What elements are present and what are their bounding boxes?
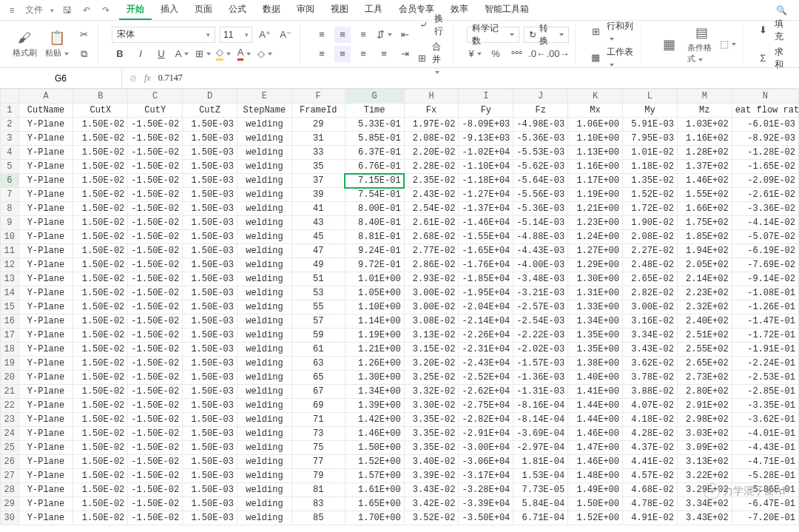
cell[interactable]: 3.13E+02	[677, 455, 732, 469]
cell[interactable]: 1.50E-02	[73, 118, 128, 132]
cell[interactable]: -5.14E-03	[513, 216, 568, 230]
col-header-H[interactable]: H	[404, 90, 459, 104]
cell[interactable]: welding	[237, 413, 291, 427]
font-name-select[interactable]: 宋体▾	[112, 27, 215, 43]
cell[interactable]: 1.30E+00	[568, 272, 623, 286]
cell[interactable]: 3.25E-02	[404, 371, 459, 385]
cell[interactable]: -2.85E-01	[732, 385, 798, 399]
cell[interactable]: -8.14E-04	[513, 413, 568, 427]
cell[interactable]: Y-Plane	[18, 286, 73, 300]
tab-插入[interactable]: 插入	[153, 0, 186, 20]
cell[interactable]: -3.06E+04	[459, 455, 513, 469]
cell[interactable]: CutX	[73, 104, 128, 118]
cell[interactable]: 41	[291, 202, 345, 216]
cell[interactable]: 3.88E-02	[622, 385, 677, 399]
fx-icon[interactable]: fx	[144, 73, 151, 84]
cell[interactable]: Time	[345, 104, 404, 118]
cell[interactable]: -2.82E+04	[459, 413, 513, 427]
cell[interactable]: 1.90E-02	[622, 216, 677, 230]
cell[interactable]: 1.75E+02	[677, 216, 732, 230]
cell[interactable]: -1.50E-02	[128, 343, 183, 357]
cell[interactable]: 1.50E-02	[73, 188, 128, 202]
cell[interactable]: 49	[291, 258, 345, 272]
cell[interactable]: -1.50E-02	[128, 118, 183, 132]
cell[interactable]: 1.50E-02	[73, 314, 128, 329]
cell[interactable]: -2.04E+04	[459, 300, 513, 314]
cell[interactable]: 3.35E-02	[404, 427, 459, 441]
cell[interactable]: 1.42E+00	[345, 413, 404, 427]
cell[interactable]: -2.02E-03	[513, 343, 568, 357]
col-header-A[interactable]: A	[18, 90, 73, 104]
cell[interactable]: -2.09E-02	[732, 174, 798, 188]
cell[interactable]: 1.46E+00	[345, 427, 404, 441]
cell[interactable]: My	[622, 104, 677, 118]
cell[interactable]: welding	[237, 272, 291, 286]
cell[interactable]: 5.85E-01	[345, 132, 404, 146]
cell[interactable]: 1.35E-02	[622, 174, 677, 188]
cell[interactable]: 1.44E+00	[568, 413, 623, 427]
cell[interactable]: welding	[237, 300, 291, 314]
cell[interactable]: 8.40E-01	[345, 216, 404, 230]
cell[interactable]: 8.00E-01	[345, 202, 404, 216]
cell[interactable]: welding	[237, 174, 291, 188]
cell[interactable]: Y-Plane	[18, 230, 73, 244]
cell[interactable]: 2.93E-02	[404, 272, 459, 286]
cell[interactable]: 3.16E-02	[622, 314, 677, 329]
cell[interactable]: 1.50E-02	[73, 329, 128, 343]
cell[interactable]: Y-Plane	[18, 399, 73, 413]
cell[interactable]: -1.37E+04	[459, 202, 513, 216]
cell[interactable]: 1.35E+00	[568, 329, 623, 343]
cell[interactable]: 3.78E-02	[622, 371, 677, 385]
cell[interactable]: 3.09E+02	[677, 441, 732, 455]
cell[interactable]: 4.91E-02	[622, 511, 677, 525]
row-header[interactable]: 23	[1, 413, 19, 427]
row-header[interactable]: 30	[1, 511, 19, 525]
cell[interactable]: 3.00E-02	[404, 286, 459, 300]
cell[interactable]: 1.46E+00	[568, 427, 623, 441]
cell[interactable]: Y-Plane	[18, 258, 73, 272]
cell[interactable]: 1.48E+00	[568, 469, 623, 483]
cell[interactable]: 1.52E+00	[568, 511, 623, 525]
cell[interactable]: 1.50E-03	[183, 385, 237, 399]
cell[interactable]: 1.57E+00	[345, 469, 404, 483]
cell[interactable]: -1.50E-02	[128, 160, 183, 174]
cell[interactable]: 1.50E-03	[183, 329, 237, 343]
cell[interactable]: 1.50E-03	[183, 286, 237, 300]
cell[interactable]: 1.39E+00	[345, 399, 404, 413]
cell[interactable]: 1.21E+00	[568, 202, 623, 216]
cell[interactable]: 3.00E-02	[404, 300, 459, 314]
cell[interactable]: 1.50E-03	[183, 118, 237, 132]
cell[interactable]: -1.50E-02	[128, 258, 183, 272]
cell[interactable]: -4.01E-01	[732, 427, 798, 441]
cell[interactable]: Y-Plane	[18, 202, 73, 216]
cell[interactable]: -2.31E+04	[459, 343, 513, 357]
cell[interactable]: -1.50E-02	[128, 483, 183, 497]
cell[interactable]: -2.53E-01	[732, 371, 798, 385]
row-header[interactable]: 24	[1, 427, 19, 441]
cell[interactable]: 1.50E-02	[73, 132, 128, 146]
cell[interactable]: 1.18E-02	[622, 160, 677, 174]
cell[interactable]: 1.50E-02	[73, 427, 128, 441]
cell[interactable]: -1.72E-01	[732, 329, 798, 343]
undo-icon[interactable]: ↶	[81, 4, 92, 16]
cell[interactable]: 55	[291, 300, 345, 314]
cell[interactable]: 2.43E-02	[404, 188, 459, 202]
cell[interactable]: 2.14E+02	[677, 272, 732, 286]
cell[interactable]: 1.24E+00	[568, 230, 623, 244]
cell[interactable]: 2.55E+02	[677, 343, 732, 357]
align-center-button[interactable]: ≡	[334, 46, 351, 62]
cell[interactable]: Y-Plane	[18, 511, 73, 525]
cell[interactable]: FrameId	[291, 104, 345, 118]
cell[interactable]: Y-Plane	[18, 300, 73, 314]
cell[interactable]: 2.91E+02	[677, 399, 732, 413]
cell[interactable]: 1.50E-02	[73, 441, 128, 455]
cell[interactable]: Y-Plane	[18, 441, 73, 455]
cell[interactable]: -5.64E-03	[513, 174, 568, 188]
row-header[interactable]: 10	[1, 230, 19, 244]
cell[interactable]: 1.50E-02	[73, 469, 128, 483]
cell[interactable]: Y-Plane	[18, 244, 73, 258]
cell[interactable]: 1.47E+00	[568, 441, 623, 455]
cell[interactable]: 1.50E-02	[73, 146, 128, 160]
row-header[interactable]: 18	[1, 343, 19, 357]
cell[interactable]: 1.44E+00	[568, 399, 623, 413]
